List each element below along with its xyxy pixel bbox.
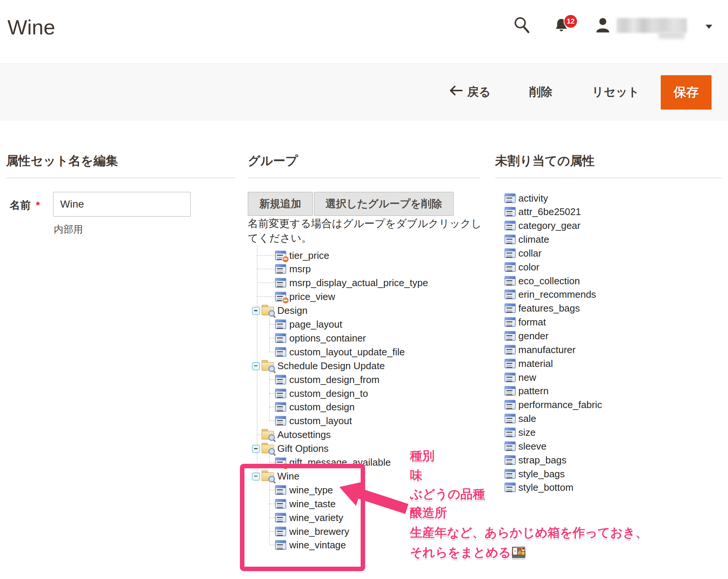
unassigned-item-label: sale — [518, 412, 536, 426]
unassigned-item-performance-fabric[interactable]: performance_fabric — [495, 398, 719, 412]
save-button[interactable]: 保存 — [661, 75, 712, 110]
attribute-icon — [505, 193, 516, 203]
tree-item-schedule-design-update[interactable]: Schedule Design Update — [248, 359, 479, 373]
tree-item-options-container[interactable]: options_container — [248, 331, 479, 345]
tree-item-page-layout[interactable]: page_layout — [248, 318, 479, 331]
tree-item-custom-layout[interactable]: custom_layout — [248, 414, 479, 428]
attribute-icon — [505, 331, 516, 341]
notification-count-badge[interactable]: 12 — [564, 15, 577, 28]
unassigned-item-label: collar — [518, 246, 542, 260]
page-title: Wine — [7, 15, 55, 39]
system-attribute-badge-icon — [283, 256, 289, 262]
tree-item-custom-layout-update-file[interactable]: custom_layout_update_file — [248, 345, 479, 359]
unassigned-item-sale[interactable]: sale — [495, 412, 719, 426]
unassigned-attributes-section: 未割り当ての属性 activityattr_6be25021category_g… — [495, 120, 725, 579]
unassigned-item-style-bottom[interactable]: style_bottom — [495, 481, 719, 494]
attribute-icon — [275, 389, 286, 398]
unassigned-item-size[interactable]: size — [495, 426, 719, 439]
unassigned-item-material[interactable]: material — [495, 357, 719, 371]
unassigned-item-manufacturer[interactable]: manufacturer — [495, 343, 719, 357]
attribute-icon — [275, 402, 286, 412]
tree-item-design[interactable]: Design — [248, 304, 479, 318]
tree-connector-line — [257, 282, 275, 283]
name-field-hint: 内部用 — [54, 223, 83, 236]
attribute-icon — [275, 251, 286, 260]
unassigned-item-strap-bags[interactable]: strap_bags — [495, 453, 719, 467]
tree-item-tier-price[interactable]: tier_price — [248, 249, 479, 263]
user-avatar-icon[interactable] — [595, 17, 611, 34]
tree-item-custom-design-from[interactable]: custom_design_from — [248, 373, 479, 387]
tree-item-msrp[interactable]: msrp — [248, 262, 479, 276]
attribute-icon — [505, 373, 516, 382]
magnifier-icon — [268, 434, 275, 441]
attribute-icon — [505, 359, 516, 368]
delete-button[interactable]: 削除 — [529, 64, 552, 120]
unassigned-attributes-list: activityattr_6be25021category_gearclimat… — [495, 120, 725, 579]
unassigned-item-erin-recommends[interactable]: erin_recommends — [495, 288, 719, 301]
tree-leaf-label: msrp_display_actual_price_type — [289, 276, 428, 290]
unassigned-item-gender[interactable]: gender — [495, 329, 719, 343]
unassigned-item-collar[interactable]: collar — [495, 246, 719, 260]
tree-connector-line — [269, 379, 275, 380]
tree-leaf-label: custom_layout — [289, 414, 352, 428]
tree-connector-line — [269, 420, 275, 421]
unassigned-item-label: attr_6be25021 — [518, 205, 581, 219]
notifications-bell-icon[interactable]: 12 — [554, 16, 569, 35]
collapse-toggle-icon[interactable] — [252, 362, 260, 370]
tree-connector-line — [269, 315, 270, 352]
back-button[interactable]: 戻る — [449, 64, 491, 120]
attribute-icon — [275, 264, 286, 274]
attribute-icon — [275, 416, 286, 426]
unassigned-item-label: climate — [518, 233, 549, 246]
tree-item-custom-design-to[interactable]: custom_design_to — [248, 387, 479, 401]
unassigned-item-color[interactable]: color — [495, 260, 719, 274]
annotation-text-line: 生産年など、あらかじめ箱を作っておき、 — [410, 523, 648, 542]
unassigned-item-features-bags[interactable]: features_bags — [495, 301, 719, 315]
tree-connector-line — [269, 324, 275, 325]
collapse-toggle-icon[interactable] — [252, 307, 260, 315]
caret-down-icon[interactable] — [706, 25, 712, 29]
tree-item-price-view[interactable]: price_view — [248, 290, 479, 304]
unassigned-item-category-gear[interactable]: category_gear — [495, 219, 719, 233]
tree-leaf-label: msrp — [289, 262, 311, 276]
unassigned-item-climate[interactable]: climate — [495, 233, 719, 246]
unassigned-item-label: style_bottom — [518, 481, 573, 494]
collapse-toggle-icon[interactable] — [252, 445, 260, 453]
unassigned-item-eco-collection[interactable]: eco_collection — [495, 274, 719, 288]
tree-item-custom-design[interactable]: custom_design — [248, 400, 479, 414]
unassigned-item-activity[interactable]: activity — [495, 192, 719, 205]
tree-item-msrp-display-actual-price-type[interactable]: msrp_display_actual_price_type — [248, 276, 479, 290]
back-button-label: 戻る — [467, 84, 491, 100]
tree-leaf-label: custom_design_from — [289, 373, 379, 387]
attribute-icon — [275, 292, 286, 301]
attribute-icon — [505, 345, 516, 355]
unassigned-item-new[interactable]: new — [495, 371, 719, 385]
tree-item-gift-options[interactable]: Gift Options — [248, 442, 479, 456]
tree-item-autosettings[interactable]: Autosettings — [248, 428, 479, 442]
unassigned-item-label: eco_collection — [518, 274, 580, 288]
main-content: 属性セット名を編集 名前* 内部用 グループ 新規追加 選択したグループを削除 … — [0, 120, 728, 579]
username-redacted[interactable] — [617, 18, 687, 33]
attribute-icon — [505, 317, 516, 327]
unassigned-item-format[interactable]: format — [495, 315, 719, 329]
search-icon[interactable] — [513, 16, 531, 36]
unassigned-item-style-bags[interactable]: style_bags — [495, 467, 719, 481]
tree-leaf-label: tier_price — [289, 249, 329, 263]
section-divider — [6, 178, 236, 178]
unassigned-item-label: performance_fabric — [518, 398, 602, 412]
unassigned-item-attr-6be25021[interactable]: attr_6be25021 — [495, 205, 719, 219]
unassigned-item-label: manufacturer — [518, 343, 576, 357]
attribute-set-name-input[interactable] — [53, 192, 191, 217]
reset-button[interactable]: リセット — [592, 64, 639, 120]
tree-leaf-label: custom_layout_update_file — [289, 345, 405, 359]
tree-leaf-label: price_view — [289, 290, 335, 304]
tree-connector-line — [269, 352, 275, 352]
unassigned-item-label: features_bags — [518, 301, 580, 315]
tree-connector-line — [269, 393, 275, 394]
unassigned-item-label: gender — [518, 329, 549, 343]
unassigned-item-pattern[interactable]: pattern — [495, 384, 719, 398]
attribute-icon — [505, 262, 516, 272]
annotation-text-line: ぶどうの品種 — [410, 484, 485, 504]
unassigned-item-sleeve[interactable]: sleeve — [495, 439, 719, 453]
annotation-text-line: 種別 — [410, 446, 435, 466]
